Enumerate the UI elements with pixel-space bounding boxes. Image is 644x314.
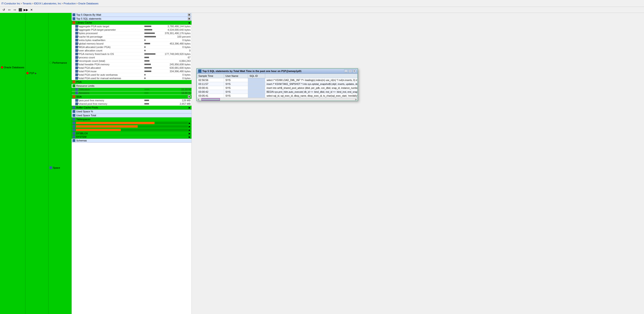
metric-name: PGA memory freed back to OS [79,53,144,55]
sql-id-5 [248,94,265,98]
sessions-row[interactable]: Sessions 18.86 % [72,91,192,95]
metric-icon [75,77,78,80]
scroll-left[interactable]: ◀ [197,98,199,101]
sql-text-1: select /* KSXM:LOAD_DML_INF */*+ leading… [265,78,358,82]
breadcrumb-idexx[interactable]: IDEXX Laboratories, Inc [34,2,61,5]
metric-row[interactable]: MGA allocated (under PGA) 0 bytes [72,45,192,49]
metric-row[interactable]: extra bytes read/written 0 bytes [72,38,192,42]
col-sql-id: SQL ID [248,74,265,78]
sql-text-3: insert into wrh$_shared_pool_advice (dbi… [265,86,358,90]
p1p-expand-icon[interactable]: ▶ [35,72,37,75]
buffer-cache-expand[interactable]: ▶ [189,106,190,109]
space-node[interactable]: Space [50,166,60,169]
scroll-thumb[interactable] [202,98,220,101]
shared-pool-row[interactable]: shared pool free memory 2,657 MB [72,102,192,106]
java-pool-icon [75,99,78,102]
tablespace-row-1[interactable]: ▶ [72,121,192,125]
tablespace-sysblox[interactable]: SYSBLOX ▶ [72,132,192,135]
popup-maximize-btn[interactable]: □ [348,69,352,73]
user-name-1: SYS [224,78,248,82]
pga-section-header[interactable]: PGA [72,80,192,84]
metric-row[interactable]: total PGA used for manual workareas 0 by… [72,77,192,80]
metric-row[interactable]: process count 67 [72,56,192,59]
toolbar-forward-icon[interactable]: ⇨ [12,8,17,12]
metric-bar [144,67,152,69]
metric-value: 0 bytes [163,77,190,80]
breadcrumb: IT-Conductor Inc > Tenants > IDEXX Labor… [2,2,98,5]
buffer-cache-header[interactable]: Buffer Cache Pools ▶ [72,106,192,110]
sql-row-3[interactable]: 03:00:41 SYS insert into wrh$_shared_poo… [197,86,358,90]
ts-icon-3 [72,129,75,131]
toolbar-close-icon[interactable]: ✕ [29,8,34,12]
used-space-pct-row[interactable]: Used Space % [72,110,192,114]
metric-name: process count [79,56,144,59]
metric-row[interactable]: total PGA used for auto workareas 0 byte… [72,73,192,77]
tablespace-row-2[interactable]: ▶ [72,125,192,128]
toolbar-back-icon[interactable]: ⇦ [7,8,12,12]
metric-bar [144,46,146,48]
tablespaces-header[interactable]: Tablespaces [72,117,192,121]
sql-row-1[interactable]: 02:56:56 SYS select /* KSXM:LOAD_DML_INF… [197,78,358,82]
metric-row[interactable]: PGA memory freed back to OS 177,748,049,… [72,52,192,56]
metric-value: 0 bytes [163,73,190,76]
sql-row-2[interactable]: 03:11:57 SYS insert /* KSXM:TAKE_SNPSHOT… [197,82,358,86]
toolbar-skip-icon[interactable]: ▶▶ [24,8,28,12]
sql-row-5[interactable]: 03:05:41 SYS select sql_id, sql_exec_id,… [197,94,358,98]
ts-expand-system[interactable]: ▶ [189,136,190,138]
toolbar-stop-icon[interactable]: ⬛ [18,8,23,12]
toolbar-refresh-icon[interactable]: ↺ [2,8,6,12]
p1p-label: P1P [29,72,34,75]
ts-bar-bg-2 [76,125,188,128]
metric-name: cache hit percentage [79,35,144,38]
breadcrumb-tenants[interactable]: Tenants [23,2,32,5]
p1p-node[interactable]: P1P ▶ [26,72,37,75]
metric-row[interactable]: total PGA allocated 630,681,600 bytes [72,66,192,70]
top5sql-collapse[interactable]: ■ [188,17,190,20]
utilization-row[interactable]: Utilization 22.33 % [72,88,192,91]
sga-collapse[interactable]: ■ [188,95,190,98]
top5sql-header[interactable]: Top 5 SQL statements ■ [72,17,192,21]
sga-section-header[interactable]: SGA ■ [72,95,192,99]
performance-node[interactable]: Performance [50,61,67,64]
user-name-3: SYS [224,86,248,90]
metric-row[interactable]: recompute count (total) 4,064,243 [72,59,192,63]
popup-close-btn[interactable]: ✕ [352,69,356,73]
sql-row-4[interactable]: 03:00:42 SYS BEGIN sys.prvt_hdm.auto_exe… [197,90,358,94]
metric-bar [144,50,146,51]
library-cache-icon [72,21,75,24]
ts-expand-1[interactable]: ▶ [189,122,190,124]
library-cache-header[interactable]: Library Cache ▶ [72,21,192,25]
metric-row[interactable]: total PGA inuse 334,996,480 bytes [72,70,192,73]
popup-minimize-btn[interactable]: _ [344,69,348,73]
metric-row[interactable]: over allocation count 0 [72,49,192,52]
metric-row[interactable]: bytes processed 378,301,490,176 bytes [72,32,192,35]
ts-expand-3[interactable]: ▶ [189,129,190,131]
java-pool-value: 128 MB [163,99,190,102]
metric-icon [75,66,78,69]
resource-limits-header[interactable]: Resource Limits [72,84,192,88]
used-space-total-row[interactable]: Used Space Total [72,114,192,117]
metric-row[interactable]: total freeable PGA memory 245,956,608 by… [72,63,192,66]
metric-row[interactable]: cache hit percentage 100 percent [72,35,192,38]
schemas-row[interactable]: Schemas [72,139,192,143]
metric-row[interactable]: global memory bound 453,396,480 bytes [72,42,192,45]
scroll-right[interactable]: ▶ [355,98,357,101]
top5objects-collapse[interactable]: ■ [188,13,190,16]
metric-row[interactable]: aggregate PGA target parameter 4,534,000… [72,28,192,32]
popup-title-icon [198,69,202,73]
breadcrumb-production[interactable]: Production [64,2,76,5]
tablespace-row-3[interactable]: ▶ [72,128,192,132]
library-cache-expand[interactable]: ▶ [189,21,190,24]
tablespace-system[interactable]: SYSTEM ▶ [72,135,192,139]
metric-name: recompute count (total) [79,59,144,62]
ts-expand-2[interactable]: ▶ [189,125,190,128]
oracle-databases-node[interactable]: Oracle Databases [1,66,24,69]
java-pool-row[interactable]: java pool free memory 128 MB [72,99,192,102]
used-space-total-label: Used Space Total [76,114,96,117]
ts-expand-sysblox[interactable]: ▶ [189,132,190,135]
top5objects-header[interactable]: Top 5 Objects By Wait ■ [72,13,192,17]
sql-text-5: select sql_id, sql_exec_id, dbop_name, d… [265,94,358,98]
popup-scrollbar[interactable]: ◀ ▶ [197,98,358,101]
metric-row[interactable]: aggregate PGA auto target 3,780,486,144 … [72,25,192,28]
breadcrumb-itconductor[interactable]: IT-Conductor Inc [2,2,20,5]
